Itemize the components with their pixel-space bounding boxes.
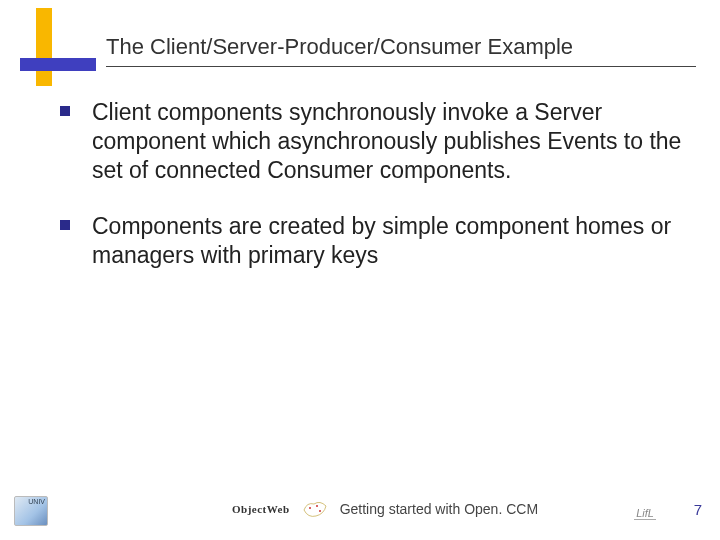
bullet-square-icon [60, 220, 70, 230]
footer-center: ObjectWeb Getting started with Open. CCM [170, 498, 600, 520]
objectweb-logo: ObjectWeb [232, 503, 290, 515]
page-number: 7 [694, 501, 702, 518]
slide-body: Client components synchronously invoke a… [60, 98, 686, 298]
svg-point-1 [316, 505, 318, 507]
list-item: Components are created by simple compone… [60, 212, 686, 270]
svg-point-2 [319, 510, 321, 512]
corner-accent-vertical [36, 8, 52, 86]
slide-footer: UNIV ObjectWeb Getting started with Open… [0, 490, 720, 526]
bullet-square-icon [60, 106, 70, 116]
corner-accent-horizontal [20, 58, 96, 71]
bullet-text: Components are created by simple compone… [92, 212, 686, 270]
lifl-logo: LifL [634, 507, 656, 520]
map-icon [302, 498, 328, 520]
slide-title: The Client/Server-Producer/Consumer Exam… [106, 34, 700, 60]
footer-caption: Getting started with Open. CCM [340, 501, 538, 517]
bullet-text: Client components synchronously invoke a… [92, 98, 686, 184]
title-underline [106, 66, 696, 67]
svg-point-0 [309, 507, 311, 509]
university-badge-icon: UNIV [14, 496, 48, 526]
objectweb-logo-text: ObjectWeb [232, 503, 290, 515]
footer-left-logos: UNIV [14, 496, 48, 526]
list-item: Client components synchronously invoke a… [60, 98, 686, 184]
